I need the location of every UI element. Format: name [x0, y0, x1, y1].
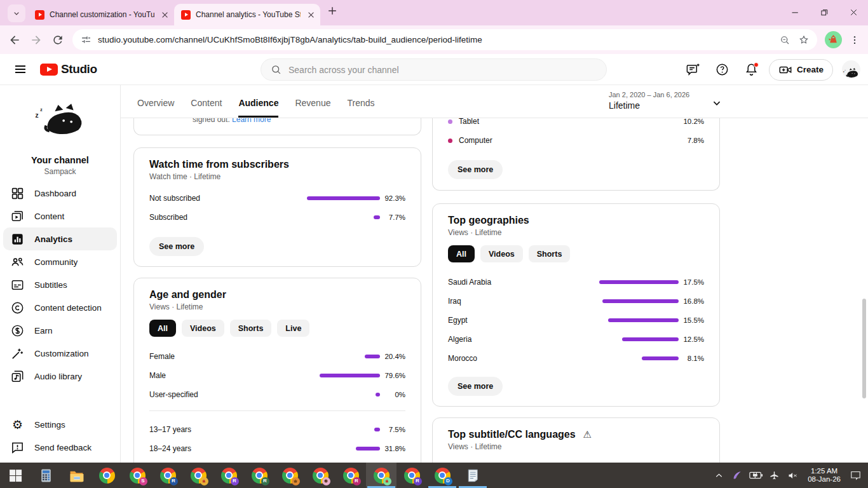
- see-more-button[interactable]: See more: [149, 237, 204, 256]
- see-more-button[interactable]: See more: [448, 160, 503, 179]
- tab-overview[interactable]: Overview: [137, 98, 174, 118]
- learn-more-link[interactable]: Learn more: [232, 118, 271, 124]
- site-settings-icon[interactable]: [81, 34, 92, 45]
- volume-tray-button[interactable]: [785, 468, 800, 483]
- taskbar-app-chrome[interactable]: [305, 463, 336, 488]
- date-range-selector[interactable]: Jan 2, 2020 – Jan 6, 2026 Lifetime: [609, 91, 724, 111]
- taskbar-app-chrome[interactable]: [92, 463, 122, 488]
- channel-avatar-image[interactable]: zz: [33, 102, 88, 139]
- sidebar-item-customization[interactable]: Customization: [3, 342, 117, 365]
- taskbar-app-file-explorer[interactable]: [61, 463, 92, 488]
- pen-tray-button[interactable]: [730, 468, 745, 483]
- channel-avatar[interactable]: zz: [842, 60, 860, 79]
- taskbar-app-chrome[interactable]: R: [214, 463, 244, 488]
- row-label: Algeria: [448, 335, 599, 344]
- profile-badge: S: [139, 477, 147, 485]
- create-button[interactable]: Create: [769, 59, 833, 81]
- taskbar-app-chrome[interactable]: R: [336, 463, 366, 488]
- action-center-button[interactable]: [848, 468, 863, 483]
- filter-chip-all[interactable]: All: [149, 320, 176, 337]
- feedback-create-button[interactable]: [681, 58, 705, 82]
- back-button[interactable]: [4, 29, 25, 51]
- browser-profile-button[interactable]: [822, 29, 844, 51]
- tray-expand-button[interactable]: [712, 468, 726, 483]
- tab-content[interactable]: Content: [191, 98, 222, 118]
- new-tab-button[interactable]: [326, 4, 342, 21]
- sidebar-item-settings[interactable]: ⚙Settings: [3, 413, 117, 436]
- taskbar-app-calculator[interactable]: [31, 463, 61, 488]
- filter-chip-videos[interactable]: Videos: [182, 320, 224, 337]
- sidebar-item-audio-library[interactable]: Audio library: [3, 365, 117, 388]
- browser-menu-button[interactable]: [845, 30, 864, 50]
- channel-title: Your channel: [0, 155, 120, 165]
- bookmark-button[interactable]: [794, 30, 813, 50]
- tab-audience[interactable]: Audience: [238, 98, 278, 118]
- forward-button[interactable]: [25, 29, 47, 51]
- sidebar-item-community[interactable]: Community: [3, 250, 117, 273]
- window-minimize-button[interactable]: [780, 0, 810, 24]
- airplane-mode-tray-button[interactable]: [767, 468, 782, 483]
- filter-chip-all[interactable]: All: [448, 245, 475, 262]
- tab-search-button[interactable]: [8, 4, 25, 22]
- see-more-button[interactable]: See more: [448, 377, 503, 396]
- chevron-up-icon: [714, 470, 724, 481]
- hamburger-menu-button[interactable]: [13, 62, 28, 77]
- chrome-icon: [99, 468, 115, 484]
- row-label: User-specified: [149, 390, 320, 399]
- browser-tab[interactable]: Channel customization - YouTu: [28, 4, 174, 25]
- sidebar-item-content-detection[interactable]: Content detection: [3, 296, 117, 319]
- tab-close-icon[interactable]: [306, 10, 316, 20]
- tab-close-icon[interactable]: [159, 10, 170, 20]
- taskbar-app-chrome[interactable]: [275, 463, 305, 488]
- notice-muted-text: signed out.: [193, 118, 230, 124]
- address-bar[interactable]: studio.youtube.com/channel/UCuKhfSmoBt8I…: [72, 29, 817, 50]
- sidebar-item-label: Content: [34, 212, 64, 221]
- browser-tab[interactable]: Channel analytics - YouTube Stu: [174, 4, 320, 25]
- taskbar-app-chrome[interactable]: [366, 463, 397, 488]
- taskbar-app-notepad[interactable]: [458, 463, 488, 488]
- battery-tray-button[interactable]: [749, 468, 763, 483]
- studio-logo[interactable]: Studio: [40, 62, 97, 76]
- filter-chip-videos[interactable]: Videos: [480, 245, 523, 262]
- zoom-indicator-button[interactable]: [775, 30, 794, 50]
- svg-text:z: z: [40, 107, 43, 112]
- tab-trends[interactable]: Trends: [347, 98, 374, 118]
- tabs-container: Channel customization - YouTuChannel ana…: [28, 4, 320, 25]
- taskbar-app-chrome[interactable]: R: [244, 463, 275, 488]
- screen: Channel customization - YouTuChannel ana…: [0, 0, 868, 488]
- filter-chip-live[interactable]: Live: [277, 320, 309, 337]
- card-subtitle: Views · Lifetime: [448, 228, 704, 237]
- sidebar-item-send-feedback[interactable]: Send feedback: [3, 436, 117, 459]
- sidebar-item-analytics[interactable]: Analytics: [3, 227, 117, 250]
- sidebar-item-content[interactable]: Content: [3, 205, 117, 227]
- filter-chip-shorts[interactable]: Shorts: [230, 320, 272, 337]
- taskbar-app-chrome[interactable]: [183, 463, 214, 488]
- profile-badge: [292, 477, 300, 485]
- notifications-button[interactable]: [740, 58, 764, 82]
- window-close-button[interactable]: [839, 0, 868, 24]
- tab-revenue[interactable]: Revenue: [295, 98, 330, 118]
- row-bar-track: [599, 356, 679, 360]
- taskbar-app-chrome[interactable]: R: [397, 463, 427, 488]
- sidebar-item-dashboard[interactable]: Dashboard: [3, 182, 117, 205]
- taskbar-clock[interactable]: 1:25 AM 08-Jan-26: [808, 467, 841, 484]
- reload-button[interactable]: [47, 29, 69, 51]
- sidebar-item-label: Earn: [34, 326, 53, 336]
- taskbar-app-chrome[interactable]: D: [427, 463, 458, 488]
- search-input[interactable]: [288, 65, 597, 75]
- sidebar-menu: DashboardContentAnalyticsCommunitySubtit…: [0, 182, 120, 388]
- taskbar-app-chrome[interactable]: S: [122, 463, 153, 488]
- age-rows: 13–17 years7.5%18–24 years31.8%: [149, 420, 405, 458]
- taskbar-app-chrome[interactable]: R: [153, 463, 183, 488]
- help-button[interactable]: [710, 58, 735, 82]
- page-scrollbar-thumb[interactable]: [862, 299, 866, 398]
- chrome-icon: D: [435, 468, 451, 484]
- channel-search[interactable]: [261, 58, 607, 81]
- sidebar-item-earn[interactable]: Earn: [3, 319, 117, 342]
- start-button[interactable]: [0, 463, 31, 488]
- sidebar-item-subtitles[interactable]: Subtitles: [3, 273, 117, 296]
- window-restore-button[interactable]: [810, 0, 839, 24]
- filter-chip-shorts[interactable]: Shorts: [529, 245, 571, 262]
- subtitles-icon: [10, 278, 25, 292]
- restore-icon: [819, 7, 830, 18]
